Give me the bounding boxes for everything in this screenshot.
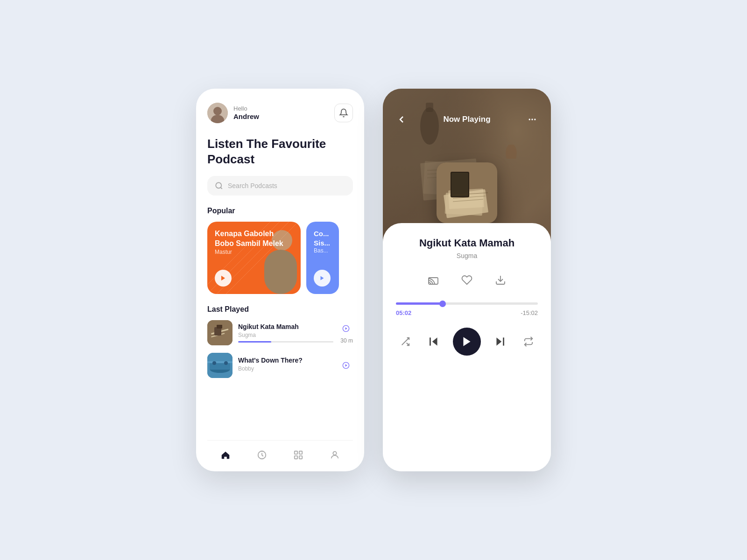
svg-marker-26 bbox=[345, 364, 347, 366]
play-outline-icon bbox=[342, 325, 350, 332]
right-phone: Now Playing bbox=[383, 89, 551, 471]
track-1-progress-fill bbox=[238, 341, 271, 343]
cast-button[interactable] bbox=[424, 271, 443, 289]
more-icon bbox=[528, 115, 537, 124]
popular-card-1[interactable]: Kenapa Gaboleh Bobo Sambil Melek Mastur bbox=[207, 222, 301, 294]
now-playing-title: Now Playing bbox=[443, 115, 490, 124]
download-button[interactable] bbox=[491, 271, 510, 289]
track-1-info: Ngikut Kata Mamah Sugma bbox=[238, 323, 333, 343]
track-item-1: Ngikut Kata Mamah Sugma 30 m bbox=[207, 320, 353, 345]
card-1-play-button[interactable] bbox=[215, 270, 232, 287]
avatar-image bbox=[207, 103, 228, 123]
more-button[interactable] bbox=[525, 112, 540, 127]
svg-rect-29 bbox=[299, 451, 302, 454]
nav-home[interactable] bbox=[215, 448, 236, 462]
avatar bbox=[207, 103, 228, 123]
track-2-play-button[interactable] bbox=[339, 358, 353, 372]
svg-point-3 bbox=[216, 182, 221, 188]
nav-timer[interactable] bbox=[251, 448, 273, 462]
track-1-artist: Sugma bbox=[238, 332, 333, 338]
notification-button[interactable] bbox=[334, 104, 353, 122]
player-artist: Sugma bbox=[396, 252, 538, 259]
home-icon bbox=[220, 450, 231, 460]
search-placeholder: Search Podcasts bbox=[228, 182, 277, 189]
track-item-2: What's Down There? Bobby bbox=[207, 353, 353, 378]
svg-rect-30 bbox=[295, 456, 297, 459]
back-button[interactable] bbox=[394, 112, 409, 127]
player-progress-thumb bbox=[439, 301, 446, 307]
cast-icon bbox=[428, 274, 439, 286]
player-time-row: 05:02 -15:02 bbox=[396, 309, 538, 316]
track-1-art bbox=[207, 320, 233, 345]
bell-icon bbox=[339, 108, 348, 118]
player-progress-fill bbox=[396, 302, 443, 305]
album-art bbox=[437, 162, 497, 223]
player-progress-bar[interactable] bbox=[396, 302, 538, 305]
svg-marker-59 bbox=[463, 337, 470, 346]
timer-icon bbox=[257, 450, 267, 460]
repeat-button[interactable] bbox=[519, 332, 538, 351]
time-current: 05:02 bbox=[396, 309, 411, 316]
shuffle-button[interactable] bbox=[396, 332, 415, 351]
track-1-thumbnail bbox=[207, 320, 233, 345]
next-icon bbox=[494, 336, 506, 348]
svg-point-41 bbox=[529, 119, 530, 120]
play-icon bbox=[220, 275, 226, 281]
headline: Listen The Favourite Podcast bbox=[207, 136, 353, 167]
svg-point-43 bbox=[534, 119, 536, 120]
repeat-icon bbox=[523, 336, 534, 347]
grid-icon bbox=[293, 450, 303, 460]
track-2-thumbnail bbox=[207, 353, 233, 378]
play-icon-2 bbox=[319, 275, 325, 281]
search-icon bbox=[215, 182, 223, 190]
svg-marker-4 bbox=[221, 276, 225, 281]
popular-scroll: Kenapa Gaboleh Bobo Sambil Melek Mastur bbox=[207, 222, 353, 294]
play-pause-icon bbox=[461, 336, 473, 348]
avatar-wrap: Hello Andrew bbox=[207, 103, 259, 123]
greeting: Hello Andrew bbox=[233, 105, 259, 121]
svg-rect-16 bbox=[217, 325, 222, 329]
card-1-author: Mastur bbox=[215, 249, 293, 255]
shuffle-icon bbox=[400, 336, 410, 347]
card-2-play-button[interactable] bbox=[314, 270, 331, 287]
track-2-info: What's Down There? Bobby bbox=[238, 357, 333, 375]
album-art-image bbox=[437, 162, 497, 223]
player-progress-wrap: 05:02 -15:02 bbox=[396, 302, 538, 316]
svg-point-32 bbox=[333, 452, 336, 455]
nav-grid[interactable] bbox=[288, 448, 309, 462]
svg-point-24 bbox=[224, 361, 228, 365]
track-2-art bbox=[207, 353, 233, 378]
download-icon bbox=[495, 274, 506, 286]
svg-rect-22 bbox=[207, 361, 233, 363]
header-row: Hello Andrew bbox=[207, 103, 353, 123]
track-1-right: 30 m bbox=[339, 322, 353, 344]
player-song-title: Ngikut Kata Mamah bbox=[396, 237, 538, 249]
prev-button[interactable] bbox=[424, 332, 443, 351]
svg-point-1 bbox=[213, 107, 222, 115]
popular-card-2[interactable]: Co...Sis... Bas... bbox=[306, 222, 339, 294]
player-content: Ngikut Kata Mamah Sugma bbox=[383, 223, 551, 471]
next-button[interactable] bbox=[491, 332, 509, 351]
back-icon bbox=[396, 114, 407, 125]
svg-rect-31 bbox=[299, 456, 302, 459]
popular-section-title: Popular bbox=[207, 207, 353, 215]
track-2-title: What's Down There? bbox=[238, 357, 333, 364]
track-2-artist: Bobby bbox=[238, 365, 333, 372]
last-played-title: Last Played bbox=[207, 305, 353, 314]
card-1-title: Kenapa Gaboleh Bobo Sambil Melek bbox=[215, 229, 293, 249]
svg-marker-18 bbox=[345, 327, 347, 329]
favorite-button[interactable] bbox=[458, 271, 476, 289]
track-1-duration: 30 m bbox=[340, 337, 353, 344]
greeting-hello: Hello bbox=[233, 105, 259, 112]
player-actions bbox=[396, 271, 538, 289]
play-pause-button[interactable] bbox=[453, 328, 481, 356]
card-2-title: Co...Sis... bbox=[314, 229, 331, 247]
svg-marker-60 bbox=[496, 337, 501, 345]
search-bar[interactable]: Search Podcasts bbox=[207, 176, 353, 196]
album-art-section bbox=[383, 134, 551, 237]
time-remaining: -15:02 bbox=[521, 309, 538, 316]
track-1-play-button[interactable] bbox=[339, 322, 353, 336]
svg-point-42 bbox=[531, 119, 533, 120]
svg-marker-11 bbox=[321, 276, 324, 280]
nav-profile[interactable] bbox=[324, 448, 345, 462]
